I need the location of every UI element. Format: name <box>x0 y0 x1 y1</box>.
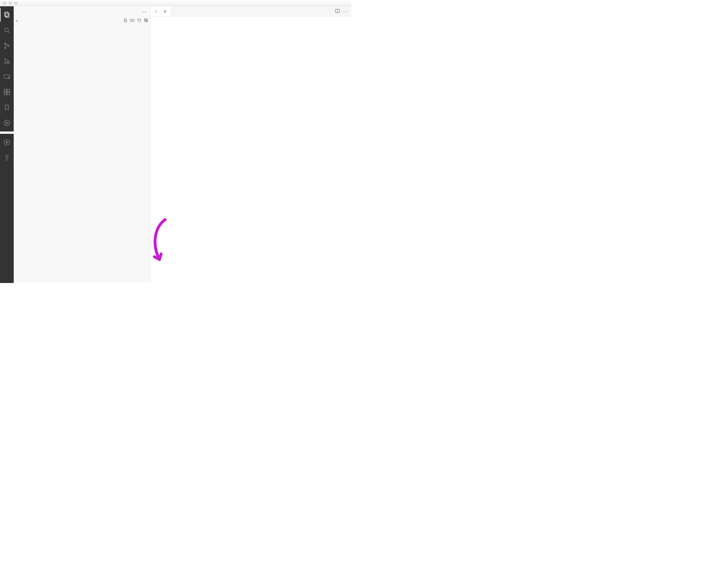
svg-rect-17 <box>145 20 148 22</box>
svg-rect-7 <box>4 75 10 79</box>
svg-rect-1 <box>6 13 9 18</box>
svg-rect-11 <box>4 92 6 95</box>
text-file-icon: ≡ <box>155 9 157 14</box>
titlebar <box>0 0 352 6</box>
play-circle-icon[interactable] <box>0 135 14 149</box>
code-area[interactable] <box>171 17 352 283</box>
refresh-icon[interactable] <box>136 18 142 23</box>
minimize-window-icon[interactable] <box>8 1 12 5</box>
svg-point-15 <box>6 155 8 157</box>
new-file-icon[interactable] <box>123 18 128 23</box>
explorer-more-icon[interactable]: ⋯ <box>141 8 147 15</box>
editor-more-icon[interactable]: ⋯ <box>343 8 348 15</box>
svg-rect-16 <box>145 19 147 21</box>
explorer-header: ⋯ <box>14 6 151 16</box>
file-tree[interactable] <box>14 24 151 283</box>
app-frame: ⋯ ⌄ ≡ ✕ ⋯ <box>0 6 352 283</box>
play-circle-icon[interactable] <box>0 116 14 130</box>
extensions-icon[interactable] <box>0 85 14 99</box>
svg-rect-0 <box>5 12 8 16</box>
remote-icon[interactable] <box>0 70 14 83</box>
tree-icon[interactable] <box>0 151 14 164</box>
bookmark-icon[interactable] <box>0 101 14 114</box>
folder-section-header[interactable]: ⌄ <box>14 16 151 24</box>
annotation-arrow-icon <box>148 217 171 265</box>
svg-point-14 <box>4 139 10 145</box>
zoom-window-icon[interactable] <box>14 1 18 5</box>
explorer-sidebar: ⋯ ⌄ <box>14 6 151 283</box>
window-controls <box>0 1 18 5</box>
close-tab-icon[interactable]: ✕ <box>163 9 167 14</box>
run-debug-icon[interactable] <box>0 54 14 68</box>
svg-point-8 <box>8 77 9 79</box>
editor-area: ≡ ✕ ⋯ <box>151 6 352 283</box>
search-icon[interactable] <box>0 23 14 37</box>
svg-rect-9 <box>4 89 6 92</box>
svg-point-2 <box>5 28 8 32</box>
editor-tabbar: ≡ ✕ ⋯ <box>151 6 352 17</box>
collapse-all-icon[interactable] <box>143 18 149 23</box>
svg-rect-10 <box>7 89 10 92</box>
close-window-icon[interactable] <box>3 1 6 5</box>
svg-point-13 <box>4 120 10 126</box>
new-folder-icon[interactable] <box>129 18 135 23</box>
split-editor-icon[interactable] <box>335 8 340 14</box>
source-control-icon[interactable] <box>0 39 14 53</box>
editor-actions: ⋯ <box>335 6 352 16</box>
svg-rect-12 <box>7 92 10 95</box>
explorer-icon[interactable] <box>0 8 14 22</box>
svg-point-3 <box>5 43 6 44</box>
activity-bar <box>0 6 14 283</box>
tab-untitled[interactable]: ≡ ✕ <box>151 6 171 16</box>
svg-point-6 <box>7 62 9 64</box>
chevron-down-icon: ⌄ <box>16 18 18 22</box>
activity-bar-split <box>0 131 14 134</box>
editor-body[interactable] <box>151 17 352 283</box>
svg-point-4 <box>5 47 6 49</box>
